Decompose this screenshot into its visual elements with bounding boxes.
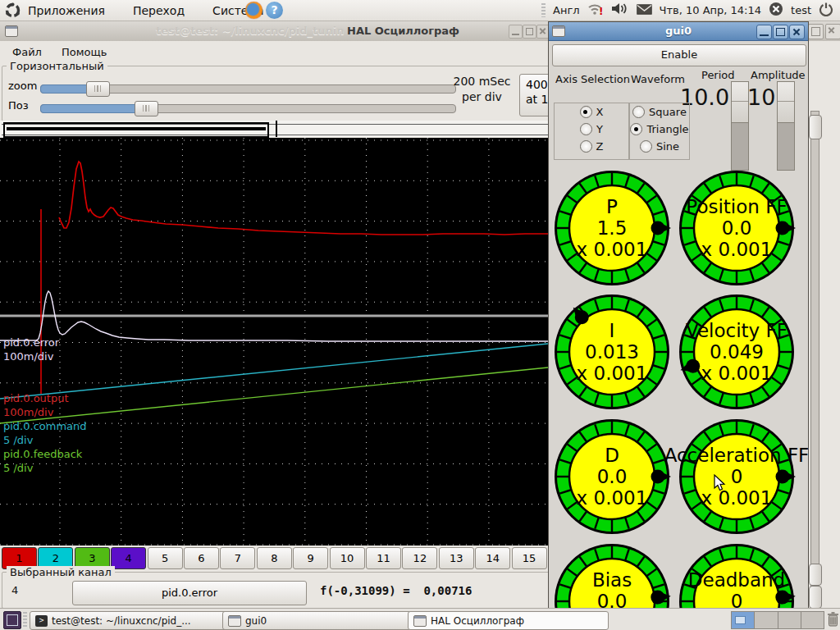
mail-icon[interactable] [637, 2, 652, 18]
taskbar: >test@test: ~/linuxcnc/pid_...gui0HAL Ос… [0, 608, 840, 630]
help-launcher-icon[interactable]: ? [266, 2, 283, 19]
knob-readout: Position FF0.0x 0.001 [686, 196, 787, 260]
channel-button-15[interactable]: 15 [512, 547, 547, 569]
enable-button[interactable]: Enable [552, 44, 806, 66]
axis-radio-X[interactable] [580, 106, 592, 118]
waveform-radio-Sine[interactable] [640, 140, 652, 153]
pos-slider-fill [40, 104, 139, 113]
gui0-minimize-button[interactable] [756, 25, 772, 39]
hal-menu-Помощь[interactable]: Помощь [57, 43, 111, 61]
period-slider-thumb[interactable] [732, 82, 748, 123]
waveform-option-Square[interactable]: Square [630, 103, 689, 121]
waveform-radio-label: Sine [656, 140, 679, 153]
axis-option-Y[interactable]: Y [555, 121, 628, 138]
vertical-slider-thumb3[interactable] [809, 586, 822, 609]
panel-menu-Переход[interactable]: Переход [130, 2, 188, 19]
channel-button-8[interactable]: 8 [257, 547, 292, 569]
channel-button-6[interactable]: 6 [184, 547, 219, 569]
vertical-slider-thumb[interactable] [809, 115, 822, 139]
firefox-launcher-icon[interactable] [245, 2, 262, 19]
trace-pid.0.feedback [0, 368, 548, 423]
bg-minimize-button[interactable] [509, 25, 523, 39]
channel-button-10[interactable]: 10 [330, 547, 365, 569]
axis-option-X[interactable]: X [555, 103, 628, 121]
bg-maximize-button[interactable] [523, 25, 536, 39]
knob-readout: P1.5x 0.001 [577, 196, 648, 260]
knob-readout: Deadband0x 0.001 [688, 569, 785, 609]
pos-slider-label: Поз [8, 99, 29, 112]
gui0-close-button[interactable] [789, 25, 805, 39]
channel-button-9[interactable]: 9 [293, 547, 328, 569]
hal-window-title: HAL Осциллограф [347, 25, 459, 37]
waveform-radio-Triangle[interactable] [630, 123, 642, 135]
selected-channel-name-button[interactable]: pid.0.error [72, 581, 307, 605]
knob-acceleration-ff[interactable]: Acceleration FF0x 0.001 [675, 415, 798, 538]
channel-button-5[interactable]: 5 [148, 547, 183, 569]
knob-p[interactable]: P1.5x 0.001 [550, 167, 673, 290]
gui0-titlebar[interactable]: gui0 [549, 22, 808, 41]
background-window-title: test@test: ~/linuxcnc/pid_tunin [156, 25, 345, 37]
show-desktop-button[interactable] [3, 611, 21, 629]
hal-maximize-button[interactable] [808, 24, 824, 39]
distro-menu-icon[interactable] [5, 2, 21, 18]
power-icon[interactable] [819, 2, 833, 20]
workspace-4[interactable] [801, 612, 824, 628]
hal-menu-Файл[interactable]: Файл [8, 43, 46, 61]
preview-view-region[interactable] [3, 122, 269, 138]
scope-readout: 5 /div [3, 434, 33, 446]
axis-option-Z[interactable]: Z [555, 138, 628, 155]
waveform-option-Sine[interactable]: Sine [630, 138, 689, 155]
knob-i[interactable]: I0.013x 0.001 [550, 290, 673, 413]
workspace-3[interactable] [778, 612, 801, 628]
knob-velocity-ff[interactable]: Velocity FF0.049x 0.001 [675, 290, 798, 413]
zoom-slider-label: zoom [8, 80, 37, 92]
amplitude-slider[interactable] [777, 81, 795, 171]
knob-position-ff[interactable]: Position FF0.0x 0.001 [675, 167, 798, 290]
keyboard-layout-indicator[interactable]: Англ [553, 4, 580, 16]
period-slider[interactable] [731, 81, 749, 171]
username-label[interactable]: test [791, 4, 811, 16]
axis-selection-group: XYZ [554, 103, 629, 160]
trash-icon[interactable] [827, 611, 839, 630]
axis-radio-Y[interactable] [580, 123, 592, 135]
network-icon[interactable]: ! [587, 2, 604, 19]
clock[interactable]: Чтв, 10 Апр, 14:14 [660, 4, 761, 16]
gui0-maximize-button[interactable] [773, 25, 788, 39]
amplitude-slider-thumb[interactable] [778, 82, 794, 123]
vertical-slider-track[interactable] [810, 111, 819, 609]
waveform-radio-Square[interactable] [632, 106, 645, 118]
user-status-icon[interactable] [769, 2, 783, 20]
cursor-value-readout: f(-0,31099) = 0,00716 [320, 584, 472, 597]
knob-d[interactable]: D0.0x 0.001 [550, 415, 673, 538]
workspace-2[interactable] [755, 612, 778, 628]
zoom-slider-thumb[interactable] [86, 81, 110, 97]
knob-bias[interactable]: Bias0.0x 0.001 [550, 540, 673, 609]
panel-menu-Приложения[interactable]: Приложения [25, 2, 108, 19]
waveform-option-Triangle[interactable]: Triangle [630, 121, 689, 138]
knob-readout: Bias0.0x 0.001 [577, 569, 648, 609]
axis-radio-Z[interactable] [580, 140, 592, 153]
channel-button-12[interactable]: 12 [402, 547, 437, 569]
channel-button-13[interactable]: 13 [439, 547, 474, 569]
volume-icon[interactable] [611, 2, 629, 19]
panel-tray: Англ ! [541, 0, 833, 21]
workspace-switcher[interactable] [731, 611, 824, 629]
horizontal-group-label: Горизонтальный [7, 60, 107, 72]
pos-slider-thumb[interactable] [135, 101, 158, 116]
vertical-slider-thumb2[interactable] [809, 564, 822, 586]
scope-readout: pid.0.feedback [3, 448, 82, 460]
window-icon [228, 615, 241, 627]
waveform-radio-label: Triangle [646, 123, 688, 135]
channel-button-4[interactable]: 4 [111, 547, 146, 569]
waveform-label: Waveform [631, 73, 685, 85]
channel-button-7[interactable]: 7 [220, 547, 255, 569]
taskbar-button-2[interactable]: gui0 [222, 611, 415, 630]
gui0-window: gui0 Enable Axis Selection Waveform Peri… [548, 21, 809, 609]
knob-deadband[interactable]: Deadband0x 0.001 [675, 540, 798, 609]
workspace-1[interactable] [732, 612, 755, 628]
hal-close-button[interactable] [825, 24, 840, 39]
taskbar-button-1[interactable]: >test@test: ~/linuxcnc/pid_... [30, 611, 230, 630]
channel-button-11[interactable]: 11 [366, 547, 401, 569]
channel-button-14[interactable]: 14 [475, 547, 510, 569]
taskbar-button-3[interactable]: HAL Осциллограф [408, 611, 609, 630]
